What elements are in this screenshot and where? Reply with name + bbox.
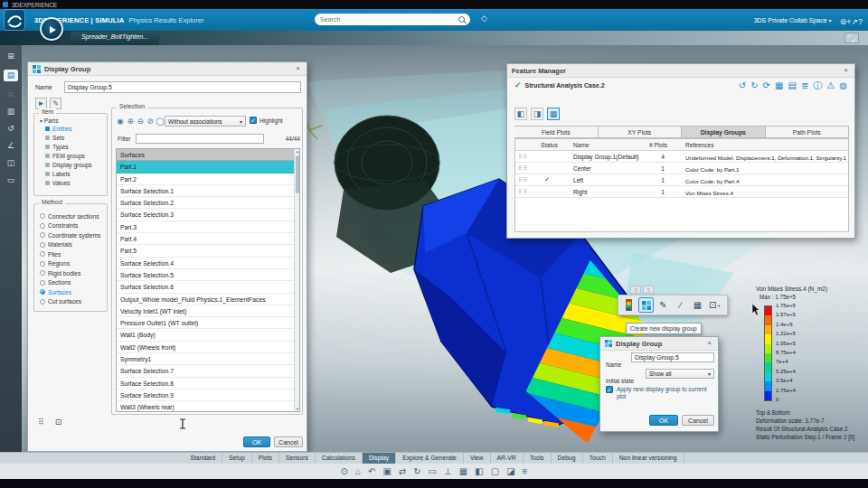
fm-tab[interactable]: Field Plots xyxy=(514,126,599,138)
clear-selection-icon[interactable]: ◯ xyxy=(156,117,165,126)
filter-input[interactable] xyxy=(136,134,264,144)
scroll-up-icon[interactable]: ▲ xyxy=(295,149,300,154)
app-tab[interactable]: Spreader_BoltTighten... xyxy=(71,32,159,45)
feature-manager-titlebar[interactable]: Feature Manager xyxy=(507,64,854,78)
item-type-option[interactable]: Sets xyxy=(34,133,107,142)
surface-list-item[interactable]: Surface Selection.9 xyxy=(117,389,299,401)
tag-icon[interactable]: ◇ xyxy=(481,14,487,23)
method-option[interactable]: Plies xyxy=(34,249,107,259)
drag-handle-icon[interactable]: ⠿⠿ xyxy=(518,176,528,183)
zoom-area-icon[interactable]: ▭ xyxy=(429,467,437,476)
legend-spectrum-icon[interactable] xyxy=(621,297,637,313)
surfaces-list[interactable]: Surfaces Part.1Part.2Surface Selection.1… xyxy=(116,148,300,412)
analysis-case[interactable]: ✓ Structural Analysis Case.2 xyxy=(514,80,605,89)
surface-list-item[interactable]: Wall3 (Wheels rear) xyxy=(117,401,299,412)
info-icon[interactable]: ⓘ xyxy=(813,80,822,91)
ok-button[interactable]: OK xyxy=(649,415,678,426)
select-all-icon[interactable]: ◉ xyxy=(116,117,125,126)
display-group-row[interactable]: ⠿⠿ ✓ Center 1 Color Code: by Part.1 xyxy=(515,163,848,174)
expand-panel-icon[interactable]: ↗ ↙ xyxy=(844,33,859,43)
invert-selection-icon[interactable]: ⊘ xyxy=(146,117,155,126)
method-option[interactable]: Surfaces xyxy=(34,287,107,297)
zoom-icon[interactable]: ⊙ xyxy=(341,467,348,476)
grid-options-icon[interactable]: ⠿ xyxy=(35,417,47,428)
export-icon[interactable]: ◨ xyxy=(531,108,543,120)
list-view-icon[interactable]: ≣ xyxy=(801,80,808,91)
initial-state-dropdown[interactable]: Show all xyxy=(646,369,714,379)
item-type-option[interactable]: Display groups xyxy=(34,160,107,169)
surface-list-item[interactable]: Part.5 xyxy=(117,245,299,257)
search-box[interactable] xyxy=(315,14,470,25)
method-option[interactable]: Rigid bodies xyxy=(34,268,107,278)
remove-selection-icon[interactable]: ⊖ xyxy=(136,117,145,126)
surface-list-item[interactable]: Surface Selection.4 xyxy=(117,258,299,269)
surface-list-item[interactable]: Surface Selection.5 xyxy=(117,269,299,281)
measure-icon[interactable]: ∠ xyxy=(4,142,18,150)
method-option[interactable]: Sections xyxy=(34,278,107,288)
cancel-button[interactable]: Cancel xyxy=(682,415,714,426)
surface-list-item[interactable]: Surface Selection.6 xyxy=(117,281,299,293)
3ds-logo[interactable] xyxy=(5,10,24,30)
home-view-icon[interactable]: ⌂ xyxy=(355,467,361,476)
group-name-field[interactable]: Display Group.5 xyxy=(64,81,301,93)
surface-list-item[interactable]: Part.2 xyxy=(117,174,299,185)
surface-list-item[interactable]: Pressure Outlet1 (WT outlet) xyxy=(117,317,299,329)
surface-list-item[interactable]: Surface Selection.8 xyxy=(117,378,299,389)
drag-handle-icon[interactable]: ⠿⠿ xyxy=(518,188,528,194)
snapshot-icon[interactable]: ▦ xyxy=(775,80,783,91)
normal-view-icon[interactable]: ⊥ xyxy=(444,467,452,476)
shading-icon[interactable]: ◧ xyxy=(475,467,483,476)
folder-icon[interactable]: ▥ xyxy=(4,108,18,116)
search-input[interactable] xyxy=(320,16,458,23)
item-type-option[interactable]: Entities xyxy=(34,124,107,133)
display-group-row[interactable]: ⠿⠿ ✓ Right 1 Von Mises Stress.4 xyxy=(515,186,848,198)
3dexperience-compass-icon[interactable] xyxy=(40,17,63,41)
search-icon[interactable] xyxy=(458,16,465,23)
surface-list-item[interactable]: Part.4 xyxy=(117,233,299,245)
method-option[interactable]: Cut surfaces xyxy=(34,297,107,307)
warning-icon[interactable]: ⚠ xyxy=(826,80,835,91)
update-icon[interactable]: ↻ xyxy=(750,80,758,91)
display-groups-tool-icon[interactable]: ▦ xyxy=(547,108,560,120)
view-settings-icon[interactable]: ≡ xyxy=(523,467,528,476)
surface-list-item[interactable]: Surface Selection.7 xyxy=(117,365,299,377)
surface-list-item[interactable]: Surface Selection.3 xyxy=(117,209,299,221)
surface-list-item[interactable]: Wall2 (Wheels front) xyxy=(117,342,299,353)
highlight-checkbox[interactable] xyxy=(250,117,257,124)
surface-list-item[interactable]: Surface Selection.1 xyxy=(117,185,299,197)
collab-space-selector[interactable]: 3DS Private Collab Space xyxy=(754,17,832,23)
history-icon[interactable]: ↺ xyxy=(4,125,18,133)
drag-handle-icon[interactable]: ⠿⠿ xyxy=(518,164,528,171)
surface-list-item[interactable]: Wall1 (Body) xyxy=(117,329,299,341)
table-plot-icon[interactable]: ▦ xyxy=(690,297,705,313)
scrollbar-thumb[interactable] xyxy=(296,155,299,193)
globe-icon[interactable]: ◍ xyxy=(839,80,847,91)
close-icon[interactable] xyxy=(293,63,303,73)
item-type-option[interactable]: Values xyxy=(34,178,107,187)
pan-icon[interactable]: ⇄ xyxy=(399,467,406,476)
section-icon[interactable]: ◪ xyxy=(506,467,514,476)
surface-list-item[interactable]: Part.1 xyxy=(117,161,299,173)
sync-icon[interactable]: ⟳ xyxy=(763,80,770,91)
apply-checkbox[interactable] xyxy=(606,386,613,393)
create-display-group-icon[interactable] xyxy=(638,297,654,313)
surface-list-item[interactable]: Output_Whole model_Fluid Physics.1_Eleme… xyxy=(117,294,299,305)
method-option[interactable]: Coordinate systems xyxy=(34,230,107,240)
new-group-name-field[interactable]: Display Group.5 xyxy=(631,352,714,362)
help-icon[interactable]: ? xyxy=(858,17,863,26)
surface-list-item[interactable]: Velocity Inlet1 (WT inlet) xyxy=(117,305,299,317)
edit-plot-icon[interactable]: ✎ xyxy=(656,297,671,313)
close-icon[interactable] xyxy=(841,65,851,75)
refresh-icon[interactable]: ↺ xyxy=(739,80,746,91)
monitor-icon[interactable]: ▭ xyxy=(4,176,18,184)
item-type-option[interactable]: FEM groups xyxy=(34,151,107,160)
drag-handle-icon[interactable]: ⠿⠿ xyxy=(518,153,528,159)
apps-icon[interactable]: ⊞ xyxy=(4,52,18,61)
item-tree-root[interactable]: Parts xyxy=(34,114,107,124)
close-icon[interactable] xyxy=(704,338,714,348)
display-group-row[interactable]: ⠿⠿ ✓ Left 1 Color Code: by Part.4 xyxy=(515,174,848,186)
display-group-dialog-titlebar[interactable]: Display Group xyxy=(28,62,307,76)
list-scrollbar[interactable]: ▲ ▼ xyxy=(294,149,299,411)
annotation-icon[interactable]: ∕ xyxy=(673,297,688,313)
cancel-button[interactable]: Cancel xyxy=(274,436,303,447)
